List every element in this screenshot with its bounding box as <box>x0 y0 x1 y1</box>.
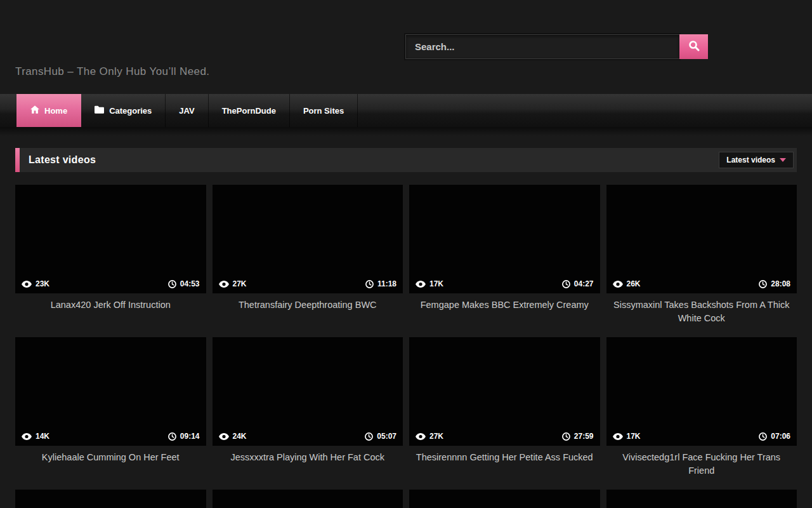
video-card-partial[interactable] <box>213 490 403 508</box>
accent-bar <box>15 148 20 172</box>
video-duration: 11:18 <box>365 279 396 288</box>
view-count-value: 17K <box>627 432 641 441</box>
video-card-partial[interactable] <box>15 490 206 508</box>
view-count: 27K <box>219 279 247 288</box>
video-title[interactable]: Femgape Makes BBC Extremely Creamy <box>409 298 600 325</box>
video-stats: 27K 27:59 <box>409 432 600 446</box>
clock-icon <box>759 280 767 288</box>
view-count-value: 14K <box>36 432 49 441</box>
video-title[interactable]: Thetransfairy Deepthroating BWC <box>213 298 403 325</box>
video-card-partial[interactable] <box>409 490 600 508</box>
nav-item-label: Porn Sites <box>303 106 344 116</box>
video-title[interactable]: Vivisectedg1rl Face Fucking Her Trans Fr… <box>606 451 797 478</box>
video-duration: 07:06 <box>759 432 790 441</box>
view-count-value: 27K <box>429 432 443 441</box>
video-thumbnail[interactable]: 14K 09:14 <box>15 337 206 446</box>
video-thumbnail[interactable] <box>15 490 206 508</box>
video-thumbnail[interactable]: 27K 27:59 <box>409 337 600 446</box>
nav-item-home[interactable]: Home <box>16 94 81 127</box>
video-duration-value: 27:59 <box>574 432 594 441</box>
video-stats: 14K 09:14 <box>15 432 206 446</box>
page-header: TransHub – The Only Hub You’ll Need. <box>0 0 812 94</box>
caret-down-icon <box>780 158 786 162</box>
video-title[interactable]: Sissymaxinl Takes Backshots From A Thick… <box>606 298 797 325</box>
eye-icon <box>613 433 623 440</box>
search-icon <box>688 40 700 53</box>
video-duration: 05:07 <box>365 432 396 441</box>
video-thumbnail[interactable]: 17K 07:06 <box>606 337 797 446</box>
video-stats: 26K 28:08 <box>606 279 797 293</box>
search-input[interactable] <box>405 34 679 59</box>
view-count-value: 26K <box>627 279 641 288</box>
video-card[interactable]: 24K 05:07 Jessxxxtra Playing With Her Fa… <box>213 337 403 478</box>
view-count: 26K <box>613 279 641 288</box>
home-icon <box>30 105 39 116</box>
video-card[interactable]: 17K 04:27 Femgape Makes BBC Extremely Cr… <box>409 185 600 325</box>
video-duration-value: 11:18 <box>377 279 396 288</box>
video-thumbnail[interactable] <box>606 490 797 508</box>
clock-icon <box>168 280 176 288</box>
video-title[interactable]: Jessxxxtra Playing With Her Fat Cock <box>213 451 403 478</box>
eye-icon <box>219 281 229 288</box>
folder-icon <box>95 105 104 116</box>
search-bar <box>405 34 708 59</box>
nav-item-label: JAV <box>179 106 194 116</box>
clock-icon <box>168 432 176 441</box>
section-header: Latest videos Latest videos <box>15 148 797 172</box>
main-content: Latest videos Latest videos 23K <box>0 148 812 508</box>
video-card[interactable]: 27K 27:59 Thesirennnn Getting Her Petite… <box>409 337 600 478</box>
video-card[interactable]: 23K 04:53 Lanax420 Jerk Off Instruction <box>15 185 206 325</box>
view-count: 23K <box>22 279 49 288</box>
view-count-value: 27K <box>233 279 247 288</box>
main-nav: Home Categories JAV ThePornDude Porn Sit… <box>0 94 812 127</box>
clock-icon <box>759 432 767 441</box>
video-thumbnail[interactable] <box>409 490 600 508</box>
video-title[interactable]: Kyliehaale Cumming On Her Feet <box>15 451 206 478</box>
clock-icon <box>365 280 374 288</box>
video-thumbnail[interactable]: 24K 05:07 <box>213 337 403 446</box>
nav-item-theporndude[interactable]: ThePornDude <box>209 94 290 127</box>
video-duration-value: 28:08 <box>771 279 790 288</box>
view-count: 24K <box>219 432 247 441</box>
nav-item-jav[interactable]: JAV <box>166 94 208 127</box>
view-count: 17K <box>416 279 443 288</box>
clock-icon <box>562 432 570 441</box>
eye-icon <box>416 433 426 440</box>
video-title[interactable]: Thesirennnn Getting Her Petite Ass Fucke… <box>409 451 600 478</box>
clock-icon <box>365 432 373 441</box>
video-thumbnail[interactable]: 23K 04:53 <box>15 185 206 293</box>
nav-item-label: Categories <box>109 106 152 116</box>
video-duration: 09:14 <box>168 432 200 441</box>
clock-icon <box>562 280 570 288</box>
view-count: 17K <box>613 432 641 441</box>
video-duration-value: 05:07 <box>377 432 396 441</box>
video-duration: 27:59 <box>562 432 594 441</box>
eye-icon <box>22 433 32 440</box>
video-thumbnail[interactable]: 26K 28:08 <box>606 185 797 293</box>
view-count-value: 24K <box>233 432 247 441</box>
video-title[interactable]: Lanax420 Jerk Off Instruction <box>15 298 206 325</box>
nav-shadow <box>0 127 812 136</box>
video-stats: 27K 11:18 <box>213 279 403 293</box>
video-card[interactable]: 14K 09:14 Kyliehaale Cumming On Her Feet <box>15 337 206 478</box>
video-thumbnail[interactable]: 27K 11:18 <box>213 185 403 293</box>
nav-item-label: Home <box>44 106 67 116</box>
video-card-partial[interactable] <box>606 490 797 508</box>
nav-item-categories[interactable]: Categories <box>81 94 166 127</box>
search-button[interactable] <box>679 34 708 59</box>
nav-item-porn-sites[interactable]: Porn Sites <box>290 94 358 127</box>
nav-item-label: ThePornDude <box>222 106 276 116</box>
video-card[interactable]: 17K 07:06 Vivisectedg1rl Face Fucking He… <box>606 337 797 478</box>
video-card[interactable]: 26K 28:08 Sissymaxinl Takes Backshots Fr… <box>606 185 797 325</box>
video-card[interactable]: 27K 11:18 Thetransfairy Deepthroating BW… <box>213 185 403 325</box>
video-duration: 04:27 <box>562 279 594 288</box>
video-duration-value: 04:27 <box>574 279 594 288</box>
video-duration-value: 09:14 <box>180 432 200 441</box>
site-title: TransHub – The Only Hub You’ll Need. <box>15 65 209 78</box>
sort-dropdown[interactable]: Latest videos <box>719 152 794 168</box>
video-duration-value: 07:06 <box>771 432 790 441</box>
video-thumbnail[interactable]: 17K 04:27 <box>409 185 600 293</box>
video-duration: 04:53 <box>168 279 200 288</box>
video-thumbnail[interactable] <box>213 490 403 508</box>
video-stats: 24K 05:07 <box>213 432 403 446</box>
